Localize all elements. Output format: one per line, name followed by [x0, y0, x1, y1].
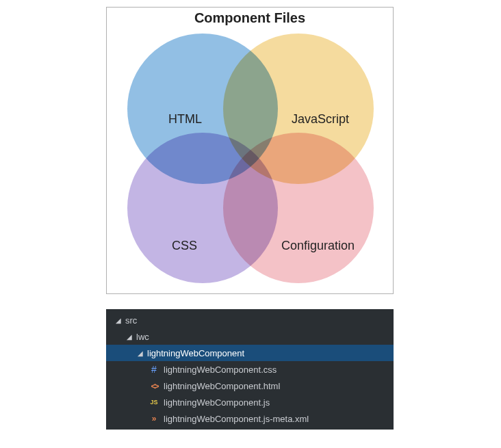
- chevron-down-icon: ◢: [116, 317, 124, 324]
- tree-file-js[interactable]: JS lightningWebComponent.js: [106, 394, 394, 410]
- tree-folder-lightningwebcomponent[interactable]: ◢ lightningWebComponent: [106, 345, 394, 361]
- tree-label: lightningWebComponent.html: [164, 381, 280, 391]
- tree-label: lightningWebComponent: [147, 348, 244, 358]
- tree-file-html[interactable]: <> lightningWebComponent.html: [106, 378, 394, 394]
- xml-file-icon: »: [149, 414, 159, 423]
- tree-label: lwc: [136, 332, 149, 342]
- tree-label: lightningWebComponent.js: [164, 397, 270, 408]
- html-file-icon: <>: [149, 381, 159, 391]
- tree-folder-src[interactable]: ◢ src: [106, 312, 394, 328]
- venn-circle-configuration: [223, 133, 374, 283]
- chevron-down-icon: ◢: [127, 333, 135, 341]
- chevron-down-icon: ◢: [138, 350, 146, 357]
- venn-title: Component Files: [107, 10, 393, 26]
- file-tree-panel: ◢ src ◢ lwc ◢ lightningWebComponent # li…: [106, 309, 394, 430]
- tree-file-css[interactable]: # lightningWebComponent.css: [106, 361, 394, 378]
- tree-label: lightningWebComponent.css: [164, 365, 277, 375]
- tree-label: lightningWebComponent.js-meta.xml: [164, 414, 309, 424]
- venn-stage: HTML JavaScript CSS Configuration: [107, 27, 393, 293]
- css-file-icon: #: [149, 365, 159, 374]
- js-file-icon: JS: [149, 397, 159, 407]
- tree-label: src: [125, 315, 137, 326]
- venn-diagram-panel: Component Files HTML JavaScript CSS Conf…: [106, 7, 394, 294]
- tree-folder-lwc[interactable]: ◢ lwc: [106, 328, 394, 345]
- tree-file-xml[interactable]: » lightningWebComponent.js-meta.xml: [106, 410, 394, 427]
